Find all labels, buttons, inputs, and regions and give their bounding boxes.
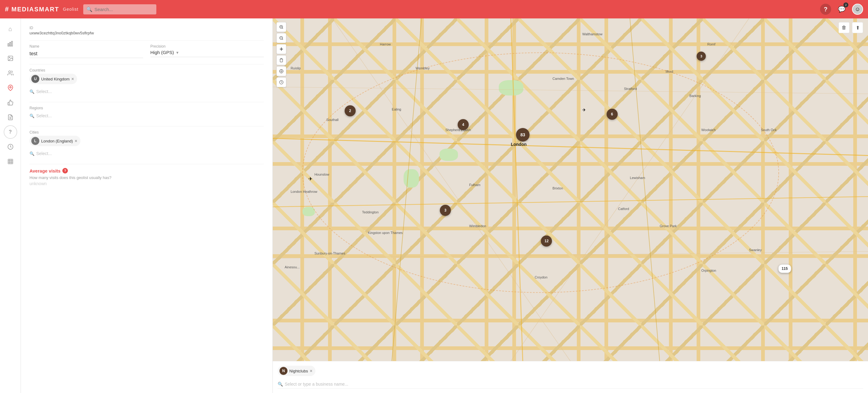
label-teddington: Teddington: [362, 210, 379, 214]
category-name-nightclubs: Nightclubs: [289, 369, 308, 373]
category-tag-nightclubs: N Nightclubs ×: [278, 366, 315, 376]
svg-line-18: [511, 19, 523, 361]
help-button[interactable]: ?: [820, 4, 831, 15]
label-ruislip: Ruislip: [290, 66, 301, 70]
airport-icon: ✈: [308, 176, 312, 182]
country-remove-uk[interactable]: ×: [71, 77, 74, 81]
regions-section: Regions 🔍 Select...: [30, 106, 264, 120]
regions-select[interactable]: 🔍 Select...: [30, 111, 264, 120]
search-small-icon-3: 🔍: [30, 151, 34, 156]
sidebar-item-thumbs[interactable]: [4, 96, 17, 109]
city-name-london: London (England): [41, 139, 73, 143]
cities-label: Cities: [30, 130, 264, 134]
right-panel: 🗑 ⬆: [273, 19, 868, 393]
cluster-6[interactable]: 6: [607, 109, 618, 120]
search-small-icon-2: 🔍: [30, 113, 34, 118]
delete-map-button[interactable]: [276, 55, 286, 65]
label-ealing: Ealing: [392, 107, 401, 111]
sidebar-item-table[interactable]: [4, 155, 17, 168]
label-heathrow: London Heathrow: [290, 190, 317, 193]
svg-line-22: [332, 19, 570, 361]
business-placeholder: Select or type a business name...: [285, 382, 348, 387]
countries-select[interactable]: 🔍 Select...: [30, 87, 264, 96]
divider-4: [30, 126, 264, 127]
cities-select[interactable]: 🔍 Select...: [30, 149, 264, 158]
target-button[interactable]: [276, 66, 286, 76]
svg-rect-0: [8, 43, 9, 46]
name-label: Name: [30, 44, 143, 48]
park-bushy: [303, 207, 315, 216]
avg-visits-section: Average visits ? How many visits does th…: [30, 168, 264, 186]
label-harrow: Harrow: [380, 42, 391, 46]
history-button[interactable]: [276, 77, 286, 87]
id-section: ID uxww3cezhttq3no0ztkqb0wv5sflrpfw: [30, 26, 264, 35]
sidebar-item-home[interactable]: ⌂: [4, 22, 17, 36]
svg-point-34: [281, 71, 282, 72]
road-overlay: [273, 19, 868, 361]
cluster-115[interactable]: 115: [778, 264, 791, 273]
label-ainesou: Ainesou...: [285, 265, 300, 269]
svg-line-23: [511, 19, 749, 361]
zoom-in-button[interactable]: [276, 22, 286, 32]
label-southock: South Ock: [761, 128, 776, 132]
svg-line-24: [273, 252, 868, 258]
sidebar-item-gallery[interactable]: [4, 52, 17, 65]
label-brixton: Brixton: [553, 186, 563, 190]
precision-label: Precision: [151, 44, 264, 48]
map-controls: +: [276, 22, 286, 87]
countries-section: Countries U United Kingdom × 🔍 Select...: [30, 68, 264, 96]
avg-visits-text: Average visits: [30, 168, 61, 173]
park-richmond: [404, 169, 419, 188]
svg-point-21: [303, 53, 779, 293]
sidebar: ⌂ ?: [0, 19, 21, 393]
category-remove-nightclubs[interactable]: ×: [310, 369, 312, 373]
notification-wrapper: 💬 2: [836, 4, 847, 15]
cluster-3a[interactable]: 3: [440, 205, 451, 216]
svg-line-31: [282, 39, 283, 40]
city-remove-london[interactable]: ×: [75, 139, 77, 143]
logo-subtitle: Geolist: [63, 7, 79, 12]
sidebar-item-power[interactable]: [4, 140, 17, 154]
label-woolwich: Woolwich: [701, 128, 716, 132]
category-avatar-n: N: [279, 367, 287, 375]
cluster-3b[interactable]: 3: [696, 52, 706, 61]
label-wembley: Wembley: [415, 66, 430, 70]
id-value: uxww3cezhttq3no0ztkqb0wv5sflrpfw: [30, 31, 264, 35]
city-tag-london: L London (England) ×: [30, 136, 81, 146]
zoom-out-button[interactable]: [276, 33, 286, 43]
sidebar-item-help[interactable]: ?: [4, 125, 17, 139]
name-precision-row: Name Precision High (GPS) ▾: [30, 44, 264, 58]
add-button[interactable]: +: [276, 44, 286, 54]
search-input[interactable]: [83, 4, 156, 14]
regions-label: Regions: [30, 106, 264, 110]
chevron-down-icon: ▾: [176, 50, 179, 55]
park-regent: [499, 80, 523, 96]
svg-line-20: [630, 19, 660, 361]
delete-button[interactable]: 🗑: [838, 22, 849, 33]
business-search[interactable]: 🔍 Select or type a business name...: [278, 380, 863, 389]
cities-placeholder: Select...: [36, 151, 52, 156]
label-wimbledon: Wimbledon: [469, 224, 486, 228]
avg-visits-value: unknown: [30, 181, 264, 186]
divider-3: [30, 102, 264, 102]
avatar[interactable]: ☺: [852, 4, 863, 15]
precision-dropdown[interactable]: High (GPS) ▾: [151, 50, 264, 57]
name-input[interactable]: [30, 50, 143, 58]
sidebar-item-location[interactable]: [4, 81, 17, 95]
sidebar-item-document[interactable]: [4, 110, 17, 124]
cluster-12[interactable]: 12: [541, 235, 552, 247]
upload-button[interactable]: ⬆: [852, 22, 863, 33]
sidebar-item-analytics[interactable]: [4, 37, 17, 51]
park-hyde: [439, 149, 458, 161]
divider-5: [30, 164, 264, 164]
cluster-2[interactable]: 2: [345, 105, 356, 117]
avg-visits-desc: How many visits does this geolist usuall…: [30, 175, 264, 180]
sidebar-item-users[interactable]: [4, 66, 17, 80]
cluster-83[interactable]: 83: [516, 128, 529, 141]
regions-placeholder: Select...: [36, 113, 52, 118]
countries-label: Countries: [30, 68, 264, 72]
map-container[interactable]: Ruislip Harrow Walthamstow Romf Southall…: [273, 19, 868, 361]
avg-visits-help-icon[interactable]: ?: [62, 168, 68, 173]
search-wrapper: 🔍: [83, 4, 274, 14]
cluster-4[interactable]: 4: [458, 119, 469, 130]
